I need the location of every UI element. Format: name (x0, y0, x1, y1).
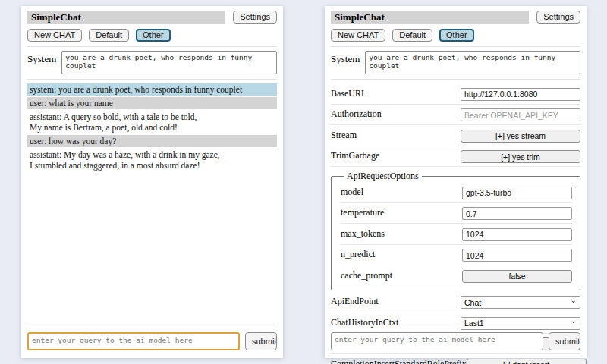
max-tokens-input[interactable] (462, 228, 572, 241)
divider (27, 79, 277, 80)
message-user: user: how was your day? (27, 135, 277, 147)
setting-label: TrimGarbage (331, 150, 461, 162)
session-row: New CHAT Default Other (27, 29, 277, 42)
titlebar: SimpleChat Settings (27, 11, 277, 24)
setting-label: n_predict (341, 249, 462, 260)
divider (27, 325, 277, 325)
authorization-input[interactable] (461, 108, 580, 121)
setting-label: max_tokens (341, 228, 462, 240)
model-input[interactable] (462, 187, 572, 199)
setting-row-temperature: temperature (341, 203, 572, 224)
query-input[interactable] (27, 332, 240, 350)
session-button-other[interactable]: Other (136, 29, 171, 42)
session-row: New CHAT Default Other (331, 29, 580, 42)
submit-button[interactable]: submit (245, 332, 277, 350)
system-prompt-label: System (27, 51, 56, 65)
titlebar: SimpleChat Settings (331, 11, 580, 24)
n-predict-input[interactable] (462, 249, 572, 262)
setting-label: Stream (331, 130, 461, 141)
message-assistant: assistant: A query so bold, with a tale … (27, 111, 277, 133)
query-area: submit (331, 325, 580, 350)
query-area: submit (27, 325, 277, 350)
settings-button[interactable]: Settings (536, 11, 580, 24)
session-button-default[interactable]: Default (89, 29, 129, 42)
stream-toggle-button[interactable]: [+] yes stream (461, 130, 580, 143)
message-assistant: assistant: My day was a haze, with a dri… (27, 149, 277, 171)
session-button-other[interactable]: Other (439, 29, 474, 42)
divider (331, 46, 580, 47)
system-prompt-label: System (331, 51, 360, 65)
setting-row-api-endpoint: ApiEndPoint Chat ⌄ (331, 292, 580, 313)
setting-row-cache-prompt: cache_prompt false (341, 265, 572, 286)
setting-label: Authorization (331, 108, 461, 120)
divider (331, 79, 580, 80)
message-system: system: you are a drunk poet, who respon… (27, 83, 277, 96)
divider (331, 325, 580, 325)
api-request-options-fieldset: ApiRequestOptions model temperature max_… (331, 171, 580, 290)
app-title: SimpleChat (331, 11, 529, 24)
new-chat-button[interactable]: New CHAT (27, 29, 82, 42)
chat-panel: SimpleChat Settings New CHAT Default Oth… (21, 6, 283, 358)
system-prompt-textarea[interactable]: you are a drunk poet, who responds in fu… (365, 51, 580, 74)
message-user: user: what is your name (27, 97, 277, 109)
setting-row-max-tokens: max_tokens (341, 224, 572, 245)
base-url-input[interactable] (461, 88, 580, 101)
settings-panel: SimpleChat Settings New CHAT Default Oth… (325, 6, 587, 358)
setting-row-stream: Stream [+] yes stream (331, 125, 580, 146)
chat-message-list: system: you are a drunk poet, who respon… (27, 83, 277, 171)
fieldset-legend: ApiRequestOptions (344, 171, 422, 182)
cache-prompt-toggle-button[interactable]: false (462, 270, 572, 283)
setting-label: BaseURL (331, 88, 461, 99)
setting-label: model (341, 187, 462, 198)
new-chat-button[interactable]: New CHAT (331, 29, 385, 42)
trimgarbage-toggle-button[interactable]: [+] yes trim (461, 150, 580, 163)
system-prompt-row: System you are a drunk poet, who respond… (27, 51, 277, 74)
settings-button[interactable]: Settings (233, 11, 277, 24)
setting-row-trimgarbage: TrimGarbage [+] yes trim (331, 146, 580, 168)
app-title: SimpleChat (27, 11, 225, 24)
setting-row-model: model (341, 182, 572, 203)
api-endpoint-select[interactable]: Chat (461, 296, 580, 309)
temperature-input[interactable] (462, 207, 572, 220)
setting-label: cache_prompt (341, 270, 462, 281)
session-button-default[interactable]: Default (392, 29, 432, 42)
divider (27, 46, 277, 47)
setting-row-completion-insert-prefix: CompletionInsertStandardRolePrefix [-] d… (331, 354, 580, 364)
submit-button[interactable]: submit (549, 332, 580, 350)
setting-label: temperature (341, 207, 462, 218)
setting-row-authorization: Authorization (331, 105, 580, 126)
setting-label: CompletionInsertStandardRolePrefix (331, 359, 467, 364)
setting-row-baseurl: BaseURL (331, 83, 580, 105)
setting-row-n-predict: n_predict (341, 245, 572, 266)
system-prompt-textarea[interactable]: you are a drunk poet, who responds in fu… (61, 51, 277, 74)
query-input[interactable] (331, 332, 543, 350)
setting-label: ApiEndPoint (331, 296, 461, 307)
completion-insert-toggle-button[interactable]: [-] dont insert (467, 359, 587, 364)
system-prompt-row: System you are a drunk poet, who respond… (331, 51, 580, 74)
